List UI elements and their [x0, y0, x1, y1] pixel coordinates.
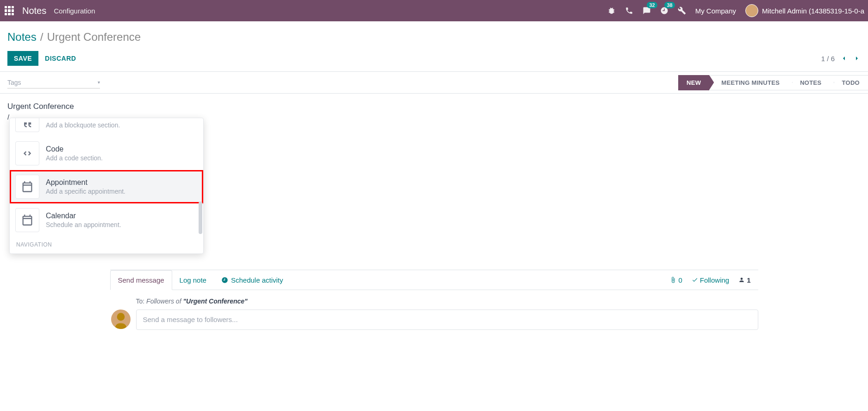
- status-meeting-minutes[interactable]: MEETING MINUTES: [709, 75, 788, 90]
- pager-prev-icon[interactable]: [840, 55, 848, 62]
- activities-badge: 38: [664, 2, 674, 8]
- pager-next-icon[interactable]: [853, 55, 861, 62]
- app-brand[interactable]: Notes: [22, 6, 46, 16]
- messages-badge: 32: [647, 2, 657, 8]
- command-palette: Add a blockquote section. Code Add a cod…: [9, 118, 204, 254]
- paperclip-icon: [670, 277, 676, 283]
- attachments-count[interactable]: 0: [670, 276, 682, 284]
- calendar-icon: [15, 208, 39, 232]
- cmd-code[interactable]: Code Add a code section.: [10, 137, 203, 170]
- code-icon: [15, 141, 39, 165]
- save-button[interactable]: SAVE: [7, 51, 38, 66]
- tab-log-note[interactable]: Log note: [172, 271, 214, 290]
- phone-icon[interactable]: [625, 6, 633, 15]
- breadcrumb-root[interactable]: Notes: [7, 31, 37, 44]
- user-name: Mitchell Admin (14385319-15-0-a: [762, 7, 864, 15]
- cmd-blockquote[interactable]: Add a blockquote section.: [10, 118, 203, 137]
- cmd-section-navigation: NAVIGATION: [10, 237, 203, 253]
- clock-icon: [221, 277, 228, 284]
- tools-icon[interactable]: [678, 6, 686, 15]
- note-title[interactable]: Urgent Conference: [7, 102, 861, 111]
- followers-count[interactable]: 1: [738, 276, 750, 284]
- message-input[interactable]: Send a message to followers...: [136, 310, 758, 330]
- company-selector[interactable]: My Company: [695, 7, 736, 15]
- check-icon: [692, 277, 698, 283]
- activities-icon[interactable]: 38: [660, 6, 668, 15]
- messages-icon[interactable]: 32: [643, 6, 651, 15]
- quote-icon: [15, 118, 39, 132]
- top-navbar: Notes Configuration 32 38 My Company Mit…: [0, 0, 868, 21]
- chevron-down-icon: ▾: [98, 80, 100, 85]
- chatter: Send message Log note Schedule activity …: [110, 270, 758, 337]
- status-notes[interactable]: NOTES: [788, 75, 830, 90]
- breadcrumb-current: Urgent Conference: [47, 31, 141, 44]
- compose-recipients: To: Followers of "Urgent Conference": [136, 297, 758, 305]
- user-menu[interactable]: Mitchell Admin (14385319-15-0-a: [745, 4, 864, 17]
- cmd-calendar[interactable]: Calendar Schedule an appointment.: [10, 203, 203, 237]
- compose-avatar: [111, 310, 131, 329]
- breadcrumb: Notes / Urgent Conference: [7, 31, 861, 44]
- pager-text[interactable]: 1 / 6: [821, 55, 835, 63]
- calendar-icon: [15, 175, 39, 199]
- statusbar: NEW MEETING MINUTES NOTES TODO: [678, 75, 868, 90]
- bug-icon[interactable]: [607, 6, 616, 15]
- cmd-appointment[interactable]: Appointment Add a specific appointment.: [10, 170, 203, 203]
- tags-input[interactable]: Tags ▾: [7, 77, 100, 89]
- status-new[interactable]: NEW: [678, 75, 709, 90]
- person-icon: [738, 277, 745, 283]
- user-avatar: [745, 4, 758, 17]
- discard-button[interactable]: DISCARD: [38, 51, 82, 66]
- tab-send-message[interactable]: Send message: [110, 270, 172, 290]
- tab-schedule-activity[interactable]: Schedule activity: [214, 271, 291, 290]
- status-todo[interactable]: TODO: [830, 75, 868, 90]
- scrollbar[interactable]: [199, 202, 202, 234]
- apps-launcher-icon[interactable]: [4, 5, 15, 16]
- nav-configuration[interactable]: Configuration: [54, 7, 95, 15]
- following-toggle[interactable]: Following: [692, 276, 729, 284]
